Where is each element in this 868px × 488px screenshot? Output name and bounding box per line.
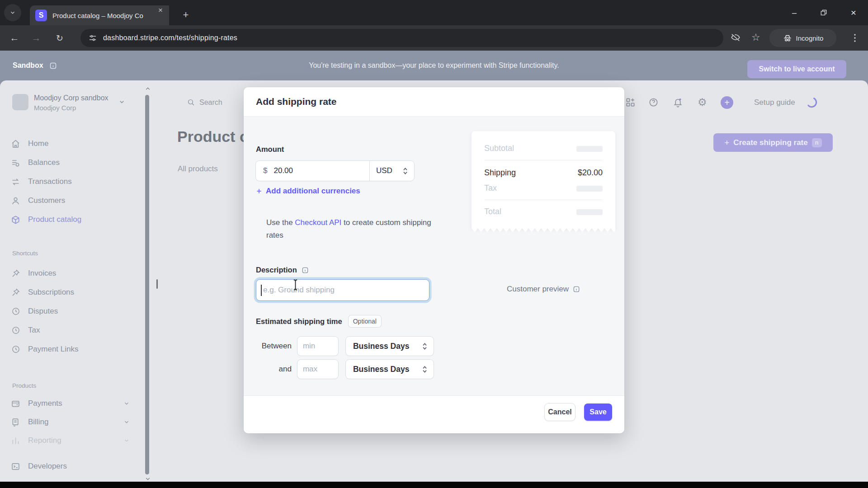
window-restore-button[interactable] <box>815 5 833 20</box>
and-label: and <box>244 365 292 374</box>
sidebar-item-payment-links[interactable]: Payment Links <box>11 340 140 359</box>
info-icon[interactable] <box>573 286 580 293</box>
incognito-icon <box>783 33 793 43</box>
account-org: Moodjoy Corp <box>34 104 76 112</box>
text-caret <box>261 285 262 296</box>
shipping-value: $20.00 <box>578 168 603 178</box>
amount-input[interactable] <box>273 166 351 176</box>
create-plus-button[interactable]: + <box>721 96 733 109</box>
incognito-badge: Incognito <box>769 29 836 47</box>
reporting-icon <box>11 436 20 446</box>
search-icon <box>187 99 195 106</box>
sidebar-item-billing[interactable]: Billing <box>11 413 140 432</box>
product-catalog-icon <box>11 215 20 225</box>
estimated-shipping-time-label: Estimated shipping time <box>256 317 342 326</box>
reload-button[interactable]: ↻ <box>52 31 67 45</box>
sidebar-item-home[interactable]: Home <box>11 134 140 153</box>
unit-select-max[interactable]: Business Days <box>346 360 434 379</box>
url-bar[interactable]: dashboard.stripe.com/test/shipping-rates <box>80 29 723 47</box>
back-button[interactable]: ← <box>7 31 22 45</box>
plus-icon <box>256 188 262 194</box>
unit-select-value: Business Days <box>353 365 410 374</box>
content-scrollbar[interactable] <box>156 279 158 289</box>
browser-tab[interactable]: S Product catalog – Moodjoy Co <box>30 5 169 25</box>
api-note: Use the Checkout API to create custom sh… <box>266 216 443 242</box>
search-input[interactable]: Search <box>199 99 222 107</box>
sidebar-item-label: Invoices <box>28 269 56 278</box>
tab-close-button[interactable]: × <box>156 5 165 15</box>
account-name[interactable]: Moodjoy Corp sandbox <box>34 94 108 102</box>
sidebar-item-developers[interactable]: Developers <box>11 457 140 476</box>
subtotal-placeholder-bar <box>576 146 603 152</box>
select-chevrons-icon <box>421 365 428 374</box>
info-icon[interactable] <box>302 267 309 274</box>
tab-search-button[interactable] <box>4 4 21 21</box>
sidebar-item-label: Home <box>28 139 48 148</box>
tax-label: Tax <box>484 183 497 193</box>
sidebar-item-payments[interactable]: Payments <box>11 394 140 413</box>
account-avatar[interactable] <box>12 94 28 110</box>
unit-select-min[interactable]: Business Days <box>346 337 434 356</box>
apps-grid-icon[interactable] <box>625 97 636 108</box>
eye-off-icon[interactable] <box>731 33 741 42</box>
sidebar-item-balances[interactable]: Balances <box>11 153 140 172</box>
forward-button[interactable]: → <box>29 31 43 45</box>
scrollbar-down-arrow[interactable] <box>146 477 150 481</box>
tax-placeholder-bar <box>576 186 603 192</box>
description-input[interactable] <box>262 285 418 295</box>
divider <box>484 160 603 160</box>
sidebar-item-label: Transactions <box>28 177 72 186</box>
min-input[interactable] <box>297 337 338 356</box>
create-shipping-rate-button[interactable]: + Create shipping rate n <box>713 133 833 152</box>
sidebar-scrollbar[interactable] <box>145 95 149 474</box>
tab-all-products[interactable]: All products <box>178 164 218 174</box>
chevron-down-icon <box>9 9 16 16</box>
scrollbar-up-arrow[interactable] <box>146 87 150 90</box>
sidebar-item-invoices[interactable]: Invoices <box>11 264 140 283</box>
notifications-bell-icon[interactable] <box>673 97 683 108</box>
restore-icon <box>821 9 827 16</box>
sidebar-item-disputes[interactable]: Disputes <box>11 302 140 321</box>
sidebar-item-subscriptions[interactable]: Subscriptions <box>11 283 140 302</box>
window-minimize-button[interactable]: – <box>785 5 803 20</box>
wallet-icon <box>11 399 20 408</box>
receipt-zigzag-edge <box>472 228 615 232</box>
description-field[interactable] <box>256 279 429 301</box>
window-close-button[interactable]: × <box>844 5 863 20</box>
description-label: Description <box>256 266 297 274</box>
checkout-api-link[interactable]: Checkout API <box>295 218 341 227</box>
max-input[interactable] <box>297 360 338 379</box>
clock-icon <box>11 307 20 316</box>
save-button[interactable]: Save <box>584 404 612 421</box>
currency-select[interactable]: USD <box>369 161 414 181</box>
api-note-pre: Use the <box>266 218 295 227</box>
bottom-bar <box>0 482 868 488</box>
sidebar-section-products: Products <box>12 382 36 389</box>
sidebar-section-shortcuts: Shortcuts <box>12 250 38 257</box>
sidebar-item-reporting[interactable]: Reporting <box>11 431 140 450</box>
add-currencies-link[interactable]: Add additional currencies <box>256 187 360 196</box>
switch-to-live-button[interactable]: Switch to live account <box>747 60 846 78</box>
currency-symbol: $ <box>263 166 267 175</box>
help-icon[interactable] <box>648 97 659 108</box>
account-chevron-icon[interactable] <box>118 99 125 105</box>
sidebar-item-product-catalog[interactable]: Product catalog <box>11 210 140 229</box>
amount-field-group: $ USD <box>256 161 414 181</box>
bookmark-star-icon[interactable]: ☆ <box>751 32 760 43</box>
sidebar-item-customers[interactable]: Customers <box>11 191 140 210</box>
shipping-label: Shipping <box>484 168 516 178</box>
settings-gear-icon[interactable]: ⚙ <box>698 96 707 108</box>
pin-icon <box>11 288 20 297</box>
cancel-button[interactable]: Cancel <box>545 404 575 421</box>
pin-icon <box>11 269 20 278</box>
sidebar-item-transactions[interactable]: Transactions <box>11 172 140 191</box>
setup-guide-spinner <box>806 96 818 108</box>
setup-guide-label[interactable]: Setup guide <box>754 98 795 107</box>
site-settings-icon[interactable] <box>89 34 97 42</box>
sidebar-item-label: Developers <box>28 462 67 471</box>
browser-menu-button[interactable] <box>851 33 859 42</box>
sidebar-item-tax[interactable]: Tax <box>11 321 140 340</box>
new-tab-button[interactable]: + <box>179 8 193 22</box>
sandbox-banner-message: You're testing in a sandbox—your place t… <box>0 51 868 80</box>
app-window: S Product catalog – Moodjoy Co × + – × ←… <box>0 0 868 488</box>
